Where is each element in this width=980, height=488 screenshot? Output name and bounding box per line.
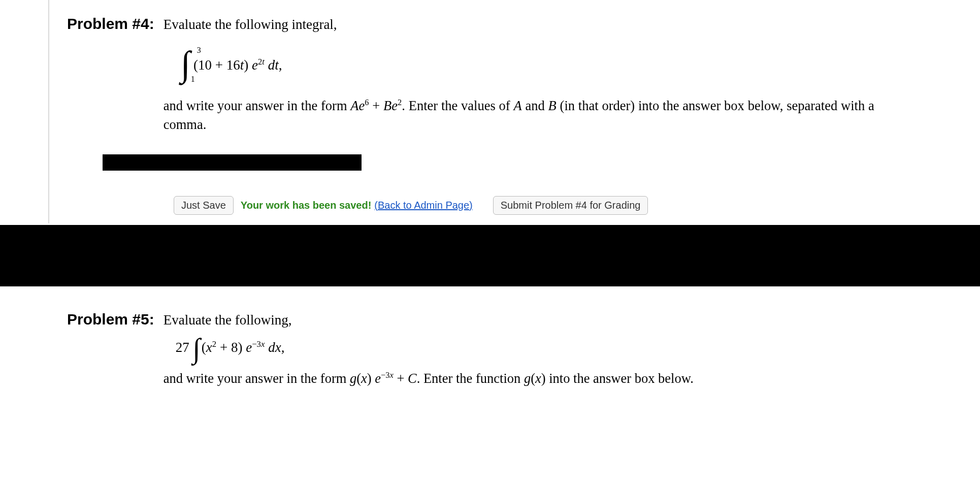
problem-4-button-row: Just Save Your work has been saved! (Bac… xyxy=(174,196,970,215)
problem-5-prompt: Evaluate the following, xyxy=(164,311,970,330)
problem-4-explanation: and write your answer in the form Ae6 + … xyxy=(164,96,874,134)
integrand: (10 + 16t) e2t dt, xyxy=(193,56,282,75)
submit-problem-4-button[interactable]: Submit Problem #4 for Grading xyxy=(493,196,648,215)
back-to-admin-link[interactable]: (Back to Admin Page) xyxy=(374,200,472,211)
problem-4-label: Problem #4: xyxy=(67,15,154,32)
problem-4-prompt: Evaluate the following integral, xyxy=(164,15,970,35)
just-save-button[interactable]: Just Save xyxy=(174,196,234,215)
integral-symbol: ∫ 3 1 xyxy=(181,50,190,81)
problem-5-header-row: Problem #5: Evaluate the following, 27 ∫… xyxy=(67,311,970,388)
problem-4-header-row: Problem #4: Evaluate the following integ… xyxy=(67,15,970,134)
redacted-answer-box xyxy=(103,154,362,171)
problem-5-block: Problem #5: Evaluate the following, 27 ∫… xyxy=(67,311,970,388)
problem-5-integral: 27 ∫(x2 + 8) e−3x dx, xyxy=(176,337,970,360)
integral-symbol: ∫ xyxy=(192,337,200,360)
problem-5-explanation: and write your answer in the form g(x) e… xyxy=(164,369,874,388)
integral-lower-limit: 1 xyxy=(191,74,195,85)
problem-5-body: Evaluate the following, 27 ∫(x2 + 8) e−3… xyxy=(164,311,970,388)
problem-4-block: Problem #4: Evaluate the following integ… xyxy=(67,15,970,215)
problem-5-label: Problem #5: xyxy=(67,311,154,328)
page: Problem #4: Evaluate the following integ… xyxy=(0,0,980,488)
redacted-section xyxy=(0,225,980,286)
problem-4-body: Evaluate the following integral, ∫ 3 1 (… xyxy=(164,15,970,134)
left-divider xyxy=(48,0,49,223)
saved-message: Your work has been saved! xyxy=(241,200,372,211)
integral-upper-limit: 3 xyxy=(197,45,201,56)
problem-4-integral: ∫ 3 1 (10 + 16t) e2t dt, xyxy=(181,50,970,81)
